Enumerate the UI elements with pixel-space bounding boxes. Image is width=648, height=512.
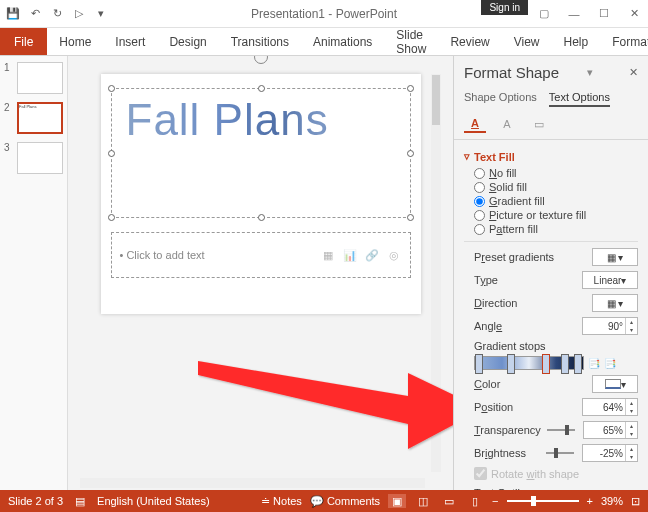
position-input[interactable]: 64%▴▾ xyxy=(582,398,638,416)
resize-handle-se[interactable] xyxy=(407,214,414,221)
rotate-with-shape-checkbox xyxy=(474,467,487,480)
tab-home[interactable]: Home xyxy=(47,28,103,55)
vertical-scrollbar[interactable] xyxy=(431,74,441,472)
position-row: Position 64%▴▾ xyxy=(474,398,638,416)
remove-stop-button[interactable]: 📑 xyxy=(604,358,616,369)
customize-qat-button[interactable]: ▾ xyxy=(92,5,110,23)
gradient-bar[interactable] xyxy=(474,356,584,370)
pane-close-button[interactable]: ✕ xyxy=(629,66,638,79)
transparency-input[interactable]: 65%▴▾ xyxy=(583,421,638,439)
add-stop-button[interactable]: 📑 xyxy=(588,358,600,369)
tab-review[interactable]: Review xyxy=(438,28,501,55)
color-row: Color ▾ xyxy=(474,375,638,393)
slideshow-view-button[interactable]: ▯ xyxy=(466,494,484,508)
angle-label: Angle xyxy=(474,320,576,332)
fit-to-window-button[interactable]: ⊡ xyxy=(631,495,640,508)
thumb-2[interactable]: 2 Fall Plans xyxy=(4,102,63,134)
resize-handle-ne[interactable] xyxy=(407,85,414,92)
tab-help[interactable]: Help xyxy=(552,28,601,55)
tab-transitions[interactable]: Transitions xyxy=(219,28,301,55)
content-placeholder[interactable]: • Click to add text ▦ 📊 🔗 ◎ xyxy=(111,232,411,278)
resize-handle-n[interactable] xyxy=(258,85,265,92)
sorter-view-button[interactable]: ◫ xyxy=(414,494,432,508)
text-fill-outline-icon[interactable]: A xyxy=(464,115,486,133)
window-title: Presentation1 - PowerPoint xyxy=(251,7,397,21)
type-dropdown[interactable]: Linear ▾ xyxy=(582,271,638,289)
zoom-out-button[interactable]: − xyxy=(492,495,498,507)
resize-handle-e[interactable] xyxy=(407,150,414,157)
notes-button[interactable]: ≐ Notes xyxy=(261,495,302,508)
save-button[interactable]: 💾 xyxy=(4,5,22,23)
comments-button[interactable]: 💬 Comments xyxy=(310,495,380,508)
pane-menu-button[interactable]: ▾ xyxy=(587,66,593,79)
transparency-label: Transparency xyxy=(474,424,541,436)
tab-animations[interactable]: Animations xyxy=(301,28,384,55)
redo-button[interactable]: ↻ xyxy=(48,5,66,23)
slide-2[interactable]: Fall Plans • Click to add text ▦ 📊 🔗 ◎ xyxy=(101,74,421,314)
tab-slideshow[interactable]: Slide Show xyxy=(384,28,438,55)
radio-pattern-fill[interactable]: Pattern fill xyxy=(474,223,638,235)
transparency-row: Transparency 65%▴▾ xyxy=(474,421,638,439)
reading-view-button[interactable]: ▭ xyxy=(440,494,458,508)
brightness-input[interactable]: -25%▴▾ xyxy=(582,444,638,462)
preset-gradients-button[interactable]: ▦ ▾ xyxy=(592,248,638,266)
pane-tab-shape-options[interactable]: Shape Options xyxy=(464,89,537,107)
spellcheck-icon[interactable]: ▤ xyxy=(75,495,85,508)
resize-handle-nw[interactable] xyxy=(108,85,115,92)
zoom-in-button[interactable]: + xyxy=(587,495,593,507)
tab-design[interactable]: Design xyxy=(157,28,218,55)
thumb-preview xyxy=(17,62,63,94)
thumb-preview xyxy=(17,142,63,174)
direction-row: Direction ▦ ▾ xyxy=(474,294,638,312)
zoom-slider[interactable] xyxy=(507,500,579,502)
resize-handle-w[interactable] xyxy=(108,150,115,157)
ribbon: File Home Insert Design Transitions Anim… xyxy=(0,28,648,56)
ribbon-display-button[interactable]: ▢ xyxy=(530,2,558,26)
thumb-3[interactable]: 3 xyxy=(4,142,63,174)
direction-label: Direction xyxy=(474,297,586,309)
radio-gradient-fill[interactable]: Gradient fill xyxy=(474,195,638,207)
thumb-1[interactable]: 1 xyxy=(4,62,63,94)
zoom-level[interactable]: 39% xyxy=(601,495,623,507)
resize-handle-s[interactable] xyxy=(258,214,265,221)
section-text-fill[interactable]: ▿Text Fill xyxy=(464,150,638,163)
normal-view-button[interactable]: ▣ xyxy=(388,494,406,508)
minimize-button[interactable]: — xyxy=(560,2,588,26)
signin-button[interactable]: Sign in xyxy=(481,0,528,15)
angle-input[interactable]: 90°▴▾ xyxy=(582,317,638,335)
smartart-icon[interactable]: 🔗 xyxy=(364,247,380,263)
language-button[interactable]: English (United States) xyxy=(97,495,210,507)
type-row: Type Linear ▾ xyxy=(474,271,638,289)
tab-format[interactable]: Format xyxy=(600,28,648,55)
color-button[interactable]: ▾ xyxy=(592,375,638,393)
horizontal-scrollbar[interactable] xyxy=(80,478,425,488)
title-textbox[interactable]: Fall Plans xyxy=(111,88,411,218)
pane-title: Format Shape xyxy=(464,64,559,81)
table-icon[interactable]: ▦ xyxy=(320,247,336,263)
tab-file[interactable]: File xyxy=(0,28,47,55)
rotation-handle[interactable] xyxy=(254,56,268,64)
tab-view[interactable]: View xyxy=(502,28,552,55)
radio-no-fill[interactable]: No fill xyxy=(474,167,638,179)
close-button[interactable]: ✕ xyxy=(620,2,648,26)
slide-canvas: Fall Plans • Click to add text ▦ 📊 🔗 ◎ xyxy=(68,56,453,490)
text-effects-icon[interactable]: A xyxy=(496,115,518,133)
tab-insert[interactable]: Insert xyxy=(103,28,157,55)
direction-button[interactable]: ▦ ▾ xyxy=(592,294,638,312)
radio-solid-fill[interactable]: Solid fill xyxy=(474,181,638,193)
3d-icon[interactable]: ◎ xyxy=(386,247,402,263)
slide-indicator[interactable]: Slide 2 of 3 xyxy=(8,495,63,507)
type-label: Type xyxy=(474,274,576,286)
resize-handle-sw[interactable] xyxy=(108,214,115,221)
gradient-stops-editor[interactable]: 📑 📑 xyxy=(474,356,638,370)
section-text-fill-label: Text Fill xyxy=(474,151,515,163)
pane-tab-text-options[interactable]: Text Options xyxy=(549,89,610,107)
textbox-icon[interactable]: ▭ xyxy=(528,115,550,133)
maximize-button[interactable]: ☐ xyxy=(590,2,618,26)
transparency-slider[interactable] xyxy=(547,429,577,431)
start-from-beginning-button[interactable]: ▷ xyxy=(70,5,88,23)
undo-button[interactable]: ↶ xyxy=(26,5,44,23)
chart-icon[interactable]: 📊 xyxy=(342,247,358,263)
brightness-slider[interactable] xyxy=(546,452,576,454)
radio-picture-fill[interactable]: Picture or texture fill xyxy=(474,209,638,221)
